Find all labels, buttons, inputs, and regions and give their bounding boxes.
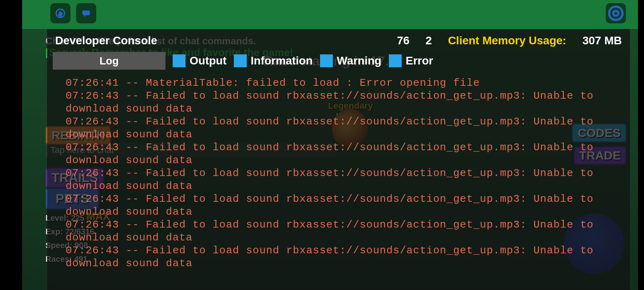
filter-error[interactable]: Error bbox=[389, 54, 433, 67]
log-line: 07:26:43 -- Failed to load sound rbxasse… bbox=[66, 218, 618, 244]
filter-output[interactable]: Output bbox=[173, 54, 227, 67]
log-line: 07:26:43 -- Failed to load sound rbxasse… bbox=[66, 193, 618, 218]
settings-gear-icon[interactable] bbox=[606, 3, 626, 23]
filter-information[interactable]: Information bbox=[234, 54, 313, 67]
console-title: Developer Console bbox=[55, 34, 157, 47]
filter-warning-label: Warning bbox=[337, 54, 382, 67]
log-line: 07:26:43 -- Failed to load sound rbxasse… bbox=[66, 244, 618, 270]
game-viewport: Chat '/?' or '/help' for a list of chat … bbox=[22, 0, 638, 290]
filter-error-label: Error bbox=[406, 54, 433, 67]
letterbox-left bbox=[0, 0, 22, 290]
chat-icon[interactable] bbox=[76, 3, 96, 23]
console-count-a: 76 bbox=[397, 34, 409, 47]
filter-information-label: Information bbox=[251, 54, 313, 67]
console-tabs: Log Output Information Warning Error bbox=[47, 50, 630, 72]
checkbox-icon[interactable] bbox=[320, 54, 333, 67]
svg-rect-1 bbox=[83, 10, 90, 15]
svg-point-3 bbox=[613, 11, 619, 16]
console-count-b: 2 bbox=[425, 34, 432, 47]
checkbox-icon[interactable] bbox=[173, 54, 186, 67]
filter-warning[interactable]: Warning bbox=[320, 54, 382, 67]
log-line: 07:26:43 -- Failed to load sound rbxasse… bbox=[66, 141, 618, 167]
topbar bbox=[50, 3, 96, 23]
filter-output-label: Output bbox=[190, 54, 227, 67]
console-header: Developer Console 76 2 Client Memory Usa… bbox=[47, 29, 630, 50]
log-line: 07:26:43 -- Failed to load sound rbxasse… bbox=[66, 115, 618, 141]
console-log-output[interactable]: 07:26:41 -- MaterialTable: failed to loa… bbox=[47, 72, 630, 290]
log-tab-button[interactable]: Log bbox=[53, 52, 165, 70]
log-line: 07:26:43 -- Failed to load sound rbxasse… bbox=[66, 89, 618, 115]
checkbox-icon[interactable] bbox=[389, 54, 402, 67]
log-line: 07:26:43 -- Failed to load sound rbxasse… bbox=[66, 167, 618, 193]
letterbox-right bbox=[638, 0, 644, 290]
checkbox-icon[interactable] bbox=[234, 54, 247, 67]
svg-point-2 bbox=[609, 6, 622, 20]
memory-usage-label: Client Memory Usage: bbox=[448, 34, 566, 47]
memory-usage-value: 307 MB bbox=[582, 34, 622, 47]
log-line: 07:26:41 -- MaterialTable: failed to loa… bbox=[66, 77, 618, 89]
compass-icon[interactable] bbox=[50, 3, 70, 23]
developer-console: Developer Console 76 2 Client Memory Usa… bbox=[47, 29, 630, 290]
